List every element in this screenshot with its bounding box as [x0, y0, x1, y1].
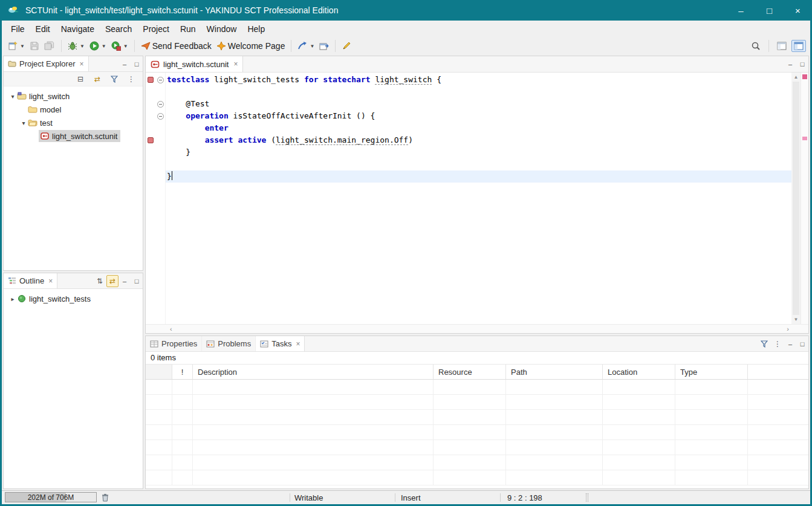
filter-funnel-icon[interactable] — [108, 76, 121, 83]
table-row[interactable] — [146, 410, 808, 425]
chevron-down-icon[interactable]: ▾ — [8, 93, 17, 100]
code-line[interactable] — [166, 86, 791, 98]
table-row[interactable] — [146, 440, 808, 455]
code-line[interactable]: assert active (light_switch.main_region.… — [166, 134, 791, 146]
tree-item-test-folder[interactable]: ▾ test — [4, 116, 143, 129]
column-resource[interactable]: Resource — [434, 365, 506, 379]
fold-toggle-icon[interactable] — [157, 101, 164, 108]
column-type[interactable]: Type — [675, 365, 748, 379]
close-icon[interactable]: × — [233, 60, 238, 68]
maximize-view-icon[interactable]: □ — [131, 56, 143, 71]
minimize-view-icon[interactable]: – — [119, 56, 131, 71]
code-line[interactable]: } — [166, 170, 791, 183]
maximize-view-icon[interactable]: □ — [796, 336, 808, 351]
search-button[interactable] — [749, 39, 762, 53]
menu-search[interactable]: Search — [100, 22, 137, 36]
open-perspective-button[interactable] — [775, 41, 788, 51]
table-row[interactable] — [146, 425, 808, 440]
save-button[interactable] — [28, 39, 41, 53]
code-line[interactable]: enter — [166, 122, 791, 134]
tree-item-model-folder[interactable]: model — [4, 103, 143, 116]
tasks-table-body[interactable] — [146, 380, 808, 488]
link-with-editor-icon[interactable]: ⇄ — [106, 275, 119, 287]
heap-monitor[interactable]: 202M of 706M — [5, 492, 97, 502]
sctunit-perspective-button[interactable] — [791, 40, 806, 52]
view-menu-icon[interactable]: ⋮ — [771, 336, 784, 351]
minimize-window-button[interactable]: – — [727, 0, 755, 21]
minimize-view-icon[interactable]: – — [784, 56, 796, 72]
code-line[interactable]: operation isStateOffActiveAfterInit () { — [166, 110, 791, 122]
model-reference[interactable]: light_switch.main_region.Off — [276, 135, 408, 145]
column-location[interactable]: Location — [603, 365, 675, 379]
selected-file[interactable]: light_switch.sctunit — [39, 130, 120, 142]
column-priority[interactable]: ! — [172, 365, 193, 379]
minimize-view-icon[interactable]: – — [119, 273, 131, 288]
run-button[interactable]: ▼ — [88, 39, 108, 53]
collapse-all-icon[interactable]: ⊟ — [74, 75, 87, 83]
sctunit-marker-icon[interactable] — [148, 77, 154, 83]
sort-icon[interactable]: ⇅ — [93, 273, 106, 288]
fold-toggle-icon[interactable] — [157, 77, 164, 83]
table-row[interactable] — [146, 470, 808, 485]
chevron-down-icon[interactable]: ▾ — [19, 120, 28, 126]
filter-funnel-icon[interactable] — [758, 336, 771, 351]
properties-tab[interactable]: Properties — [146, 336, 202, 351]
column-path[interactable]: Path — [506, 365, 603, 379]
problems-tab[interactable]: Problems — [202, 336, 256, 351]
menu-help[interactable]: Help — [242, 22, 270, 36]
fold-ruler[interactable] — [155, 73, 166, 324]
model-reference[interactable]: light_switch — [375, 75, 432, 85]
overview-ruler[interactable] — [801, 73, 808, 324]
menu-run[interactable]: Run — [175, 22, 201, 36]
table-row[interactable] — [146, 455, 808, 470]
overview-marker-icon[interactable] — [802, 137, 807, 140]
chevron-right-icon[interactable]: ▸ — [8, 296, 17, 302]
menu-navigate[interactable]: Navigate — [56, 22, 100, 36]
annotation-ruler[interactable] — [146, 73, 155, 324]
close-icon[interactable]: × — [48, 277, 53, 285]
horizontal-scrollbar[interactable]: ‹ › — [146, 324, 808, 333]
tasks-tab[interactable]: Tasks × — [256, 336, 305, 351]
code-line[interactable]: } — [166, 146, 791, 158]
code-line[interactable] — [166, 158, 791, 170]
scrollbar-thumb[interactable] — [793, 82, 799, 315]
code-area[interactable]: testclass light_switch_tests for statech… — [166, 73, 791, 324]
table-row[interactable] — [146, 395, 808, 410]
link-with-editor-icon[interactable]: ⇄ — [91, 75, 104, 83]
outline-tab[interactable]: Outline × — [4, 273, 57, 288]
editor-tab-sctunit[interactable]: light_switch.sctunit × — [146, 56, 243, 72]
launch-statechart-button[interactable]: ▼ — [296, 39, 316, 53]
table-row[interactable] — [146, 380, 808, 395]
maximize-view-icon[interactable]: □ — [796, 56, 808, 72]
minimize-view-icon[interactable]: – — [784, 336, 796, 351]
menu-edit[interactable]: Edit — [30, 22, 56, 36]
tree-item-project[interactable]: ▾ light_switch — [4, 89, 143, 103]
close-icon[interactable]: × — [79, 60, 83, 68]
scroll-right-icon[interactable]: › — [787, 325, 789, 332]
save-all-button[interactable] — [42, 39, 57, 53]
menu-project[interactable]: Project — [137, 22, 175, 36]
format-button[interactable] — [340, 39, 353, 53]
code-line[interactable]: testclass light_switch_tests for statech… — [166, 74, 791, 86]
new-wizard-button[interactable]: ▼ — [6, 39, 27, 53]
run-garbage-collector-button[interactable] — [100, 493, 111, 502]
scroll-up-icon[interactable]: ▲ — [794, 74, 799, 80]
view-menu-icon[interactable]: ⋮ — [125, 75, 138, 83]
project-explorer-tab[interactable]: Project Explorer × — [4, 56, 89, 71]
scroll-down-icon[interactable]: ▼ — [794, 317, 799, 322]
column-sort[interactable] — [146, 365, 172, 379]
run-coverage-button[interactable]: ▼ — [109, 39, 130, 53]
send-feedback-button[interactable]: Send Feedback — [139, 39, 213, 53]
menu-file[interactable]: File — [5, 22, 30, 36]
vertical-scrollbar[interactable]: ▲ ▼ — [791, 73, 801, 324]
debug-button[interactable]: ▼ — [66, 39, 86, 53]
code-line[interactable]: @Test — [166, 98, 791, 110]
maximize-view-icon[interactable]: □ — [131, 273, 143, 288]
close-window-button[interactable]: × — [784, 0, 812, 21]
scroll-left-icon[interactable]: ‹ — [170, 325, 172, 332]
maximize-window-button[interactable]: □ — [755, 0, 784, 21]
titlebar[interactable]: SCTUnit - light_switch/test/light_switch… — [0, 0, 812, 21]
close-icon[interactable]: × — [296, 340, 300, 348]
open-console-button[interactable] — [317, 39, 331, 53]
column-description[interactable]: Description — [193, 365, 434, 379]
